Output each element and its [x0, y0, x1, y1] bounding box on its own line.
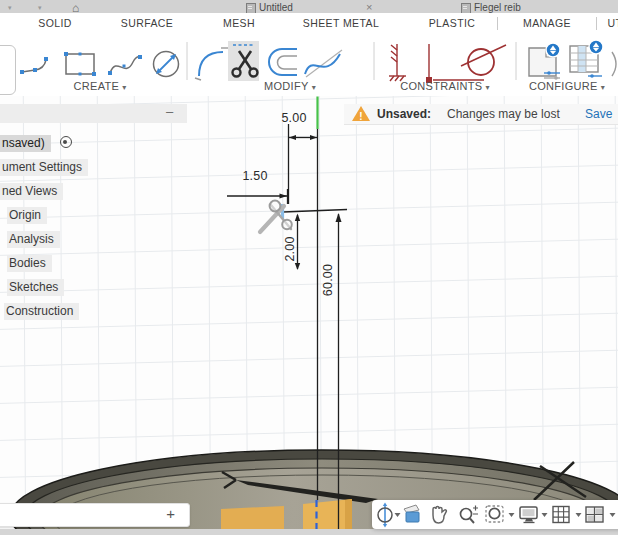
chevron-down-icon[interactable] [542, 513, 548, 517]
add-icon[interactable]: + [166, 505, 175, 522]
group-modify[interactable]: MODIFY▾ [264, 80, 316, 92]
scissors-cursor-icon [260, 201, 292, 232]
chevron-down-icon[interactable] [610, 513, 616, 517]
orbit-icon[interactable] [378, 503, 392, 528]
browser-item-bodies[interactable]: Bodies [7, 253, 52, 271]
spline-tool-icon[interactable] [108, 55, 142, 75]
browser-item-label: Bodies [7, 255, 52, 272]
browser-item-analysis[interactable]: Analysis [7, 229, 60, 247]
browser-item-label: Construction [4, 303, 79, 320]
rectangle-tool-icon[interactable] [64, 52, 96, 76]
tab-sheet-metal[interactable]: SHEET METAL [303, 17, 379, 29]
browser-item-construction[interactable]: Construction [4, 301, 79, 319]
warning-title: Unsaved: [377, 107, 431, 121]
dimension-value-width[interactable]: 5.00 [279, 111, 309, 125]
tab-divider [497, 17, 498, 30]
tab-divider [596, 17, 597, 30]
document-icon [461, 3, 471, 13]
line-tool-icon[interactable] [20, 57, 48, 74]
group-label: CONFIGURE [529, 80, 598, 92]
browser-item-label: ument Settings [0, 159, 88, 176]
chevron-down-icon[interactable] [576, 513, 582, 517]
browser-item-named-views[interactable]: ned Views [0, 181, 63, 199]
tab-solid[interactable]: SOLID [38, 17, 72, 29]
tangent-constraint-icon[interactable] [461, 45, 506, 75]
tab-utilities[interactable]: UT [608, 17, 618, 29]
group-label: CONSTRAINTS [400, 80, 482, 92]
sketch-overlay [0, 96, 618, 535]
document-icon [246, 3, 256, 13]
configure-table-icon[interactable] [570, 40, 603, 78]
fillet-tool-icon[interactable] [195, 48, 230, 80]
viewports-icon[interactable] [586, 507, 603, 522]
browser-item-document-settings[interactable]: ument Settings [0, 157, 88, 175]
timeline-bar[interactable]: + [0, 503, 190, 527]
chevron-down-icon: ▾ [122, 83, 126, 92]
navigation-icons [372, 500, 618, 529]
tab-manage[interactable]: MANAGE [523, 17, 571, 29]
chevron-down-icon: ▾ [485, 83, 489, 92]
tab-plastic[interactable]: PLASTIC [429, 17, 476, 29]
display-settings-icon[interactable] [520, 507, 537, 523]
ribbon-tab-bar: SOLID SURFACE MESH SHEET METAL PLASTIC M… [0, 13, 618, 33]
fusion-window: ▾ ▾ ⌂ Untitled × Flegel reib SOLID SURFA… [0, 0, 618, 535]
tab-mesh[interactable]: MESH [223, 17, 255, 29]
unsaved-warning-bar: ! Unsaved: Changes may be lost Save [344, 104, 618, 125]
home-icon[interactable]: ⌂ [72, 1, 79, 13]
group-constraints[interactable]: CONSTRAINTS▾ [400, 80, 489, 92]
tab-title: Untitled [259, 2, 293, 13]
tab-title: Flegel reib [474, 2, 521, 13]
chevron-down-icon: ▾ [601, 83, 605, 92]
navigation-bar[interactable] [372, 500, 618, 529]
dimension-value-small-height[interactable]: 2.00 [283, 234, 297, 264]
chevron-down-icon[interactable] [395, 513, 401, 517]
activate-radio-icon[interactable] [60, 136, 72, 148]
browser-item-label: ned Views [0, 183, 63, 200]
group-create[interactable]: CREATE▾ [74, 80, 127, 92]
document-tab-untitled[interactable]: Untitled × [246, 0, 381, 13]
bottom-strip [0, 529, 618, 535]
browser-item-sketches[interactable]: Sketches [7, 277, 64, 295]
look-at-icon[interactable] [404, 505, 419, 522]
zoom-window-icon[interactable] [486, 506, 503, 522]
browser-item-document[interactable]: nsaved) [0, 133, 72, 151]
save-link[interactable]: Save [585, 107, 612, 121]
grid-settings-icon[interactable] [553, 507, 569, 523]
sketch-line-horizontal[interactable] [283, 210, 347, 213]
browser-item-label: Analysis [7, 231, 60, 248]
titlebar: ▾ ▾ ⌂ Untitled × Flegel reib [0, 0, 618, 13]
fixed-constraint-icon[interactable] [389, 44, 406, 81]
group-configure[interactable]: CONFIGURE▾ [529, 80, 605, 92]
document-tab-second[interactable]: Flegel reib [461, 0, 618, 13]
browser-item-label: Sketches [7, 279, 64, 296]
break-spline-icon[interactable] [305, 50, 342, 77]
close-icon[interactable]: × [366, 1, 372, 13]
chevron-down-icon: ▾ [312, 83, 316, 92]
chevron-down-icon[interactable]: ▾ [38, 4, 42, 12]
browser-item-origin[interactable]: Origin [7, 205, 47, 223]
dimension-value-large-height[interactable]: 60.00 [321, 263, 335, 297]
sketch-dimension-icon[interactable] [154, 52, 179, 77]
clipped-icon [612, 52, 616, 76]
ribbon-toolbar: CREATE▾ MODIFY▾ CONSTRAINTS▾ CONFIGURE▾ [0, 33, 618, 97]
browser-panel-header[interactable]: – [0, 104, 187, 123]
dimension-value-offset[interactable]: 1.50 [240, 169, 270, 183]
pan-hand-icon[interactable] [433, 507, 446, 524]
collapse-icon[interactable]: – [166, 104, 173, 119]
chevron-down-icon[interactable] [509, 513, 515, 517]
tab-surface[interactable]: SURFACE [121, 17, 173, 29]
offset-tool-icon[interactable] [269, 49, 297, 75]
trim-tool-icon-selected[interactable] [228, 41, 259, 81]
browser-item-label: nsaved) [0, 135, 51, 152]
configure-part-icon[interactable] [529, 43, 560, 80]
zoom-icon[interactable] [461, 506, 479, 524]
group-label: CREATE [74, 80, 120, 92]
viewport-canvas[interactable]: 5.00 1.50 2.00 60.00 – nsaved) ument Set… [0, 96, 618, 535]
group-label: MODIFY [264, 80, 309, 92]
warning-icon: ! [352, 106, 370, 121]
warning-message: Changes may be lost [447, 107, 560, 121]
chevron-down-icon[interactable]: ▾ [8, 4, 12, 12]
browser-item-label: Origin [7, 207, 47, 224]
